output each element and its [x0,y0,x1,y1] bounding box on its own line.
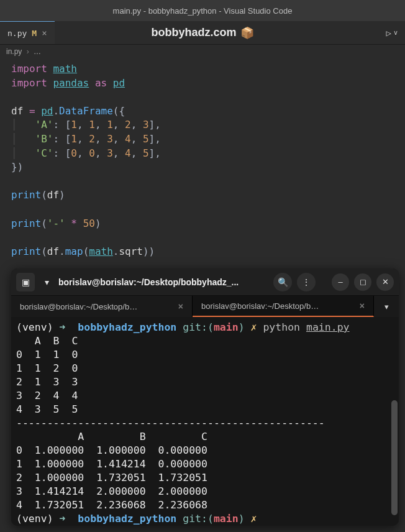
menu-button[interactable]: ⋮ [297,273,316,291]
brand-label: bobbyhadz.com 📦 [151,26,253,40]
minimize-button[interactable]: – [332,273,349,291]
terminal-output[interactable]: (venv) ➜ bobbyhadz_python git:(main) ✗ p… [11,317,399,526]
terminal-tab-label: borislav@borislav:~/Desktop/b… [201,301,319,311]
breadcrumb-sep: › [27,47,29,56]
new-tab-button[interactable]: ▣ [16,273,35,291]
scrollbar-thumb[interactable] [391,400,398,515]
code-editor[interactable]: import math import pandas as pd df = pd.… [0,58,405,262]
editor-tab-main[interactable]: n.py M × [0,21,55,44]
breadcrumb-file: in.py [6,47,22,56]
terminal-title: borislav@borislav:~/Desktop/bobbyhadz_..… [58,277,268,287]
close-icon[interactable]: × [360,301,365,311]
cube-icon: 📦 [240,26,254,40]
chevron-down-icon: v [394,29,398,36]
terminal-tab-2[interactable]: borislav@borislav:~/Desktop/b… × [193,296,374,317]
new-tab-menu[interactable]: ▾ [40,273,53,291]
terminal-window: ▣ ▾ borislav@borislav:~/Desktop/bobbyhad… [11,268,399,526]
terminal-toolbar: ▣ ▾ borislav@borislav:~/Desktop/bobbyhad… [11,268,399,296]
chevron-down-icon: ▾ [45,277,49,287]
close-icon[interactable]: × [42,28,47,38]
terminal-tab-label: borislav@borislav:~/Desktop/b… [20,302,137,311]
editor-tab-row: n.py M × bobbyhadz.com 📦 ▷ v [0,21,405,45]
close-icon: ✕ [382,277,389,287]
search-icon: 🔍 [278,277,288,287]
play-icon: ▷ [386,28,391,38]
maximize-button[interactable]: ◻ [354,273,371,291]
breadcrumb-more: … [34,47,41,56]
terminal-scrollbar[interactable] [390,317,398,526]
chevron-down-icon: ▾ [385,302,389,311]
newtab-icon: ▣ [22,277,30,287]
run-button[interactable]: ▷ v [386,28,398,38]
terminal-tab-row: borislav@borislav:~/Desktop/b… × borisla… [11,296,399,317]
search-button[interactable]: 🔍 [273,273,292,291]
maximize-icon: ◻ [360,277,366,287]
close-icon[interactable]: × [178,301,183,311]
brand-text: bobbyhadz.com [151,26,236,39]
tab-modified-indicator: M [32,29,37,38]
window-titlebar: main.py - bobbyhadz_python - Visual Stud… [0,0,405,21]
tab-filename: n.py [7,29,27,38]
minimize-icon: – [338,277,342,287]
window-title: main.py - bobbyhadz_python - Visual Stud… [113,6,293,16]
terminal-tab-1[interactable]: borislav@borislav:~/Desktop/b… × [11,296,193,317]
menu-icon: ⋮ [302,277,311,287]
close-button[interactable]: ✕ [376,273,394,291]
terminal-tab-menu[interactable]: ▾ [374,296,399,317]
breadcrumb[interactable]: in.py › … [0,45,405,58]
